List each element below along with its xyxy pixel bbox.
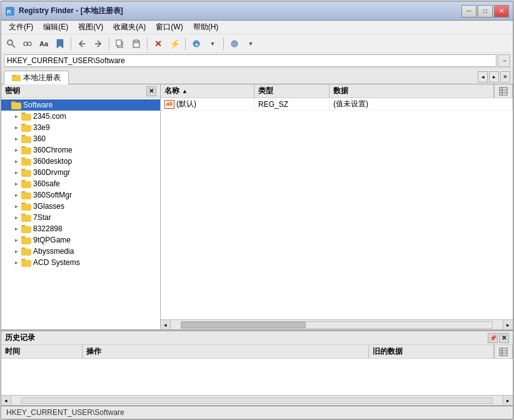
registry-row-default[interactable]: ab (默认) REG_SZ (值未设置) xyxy=(161,98,513,111)
history-title: 历史记录 xyxy=(5,332,35,343)
svg-text:R: R xyxy=(7,9,11,15)
dropdown-button[interactable]: ▼ xyxy=(205,36,220,51)
menu-favorites[interactable]: 收藏夹(A) xyxy=(108,21,151,34)
right-dropdown-button[interactable]: ▼ xyxy=(243,36,258,51)
right-horizontal-scrollbar[interactable]: ◂ ▸ xyxy=(161,319,513,329)
close-button[interactable]: ✕ xyxy=(494,5,509,18)
window-title: Registry Finder - [本地注册表] xyxy=(19,6,461,16)
separator-5 xyxy=(223,38,224,50)
tree-item-360[interactable]: 360 xyxy=(1,133,160,144)
folder-icon-360desktop xyxy=(21,157,31,166)
right-pane-header: 名称 ▲ 类型 数据 xyxy=(161,84,513,98)
folder-icon-360softmgr xyxy=(21,191,31,199)
right-content[interactable]: ab (默认) REG_SZ (值未设置) xyxy=(161,98,513,319)
left-pane-close[interactable]: ✕ xyxy=(146,86,156,96)
tree-item-9tqpgame[interactable]: 9tQPGame xyxy=(1,234,160,246)
history-pin-button[interactable]: 📌 xyxy=(488,333,498,343)
history-scroll-right[interactable]: ▸ xyxy=(503,396,513,406)
copy-button[interactable] xyxy=(113,36,128,51)
folder-icon-360drvmgr xyxy=(21,168,31,177)
find-button[interactable] xyxy=(20,36,35,51)
tree-item-360drvmgr[interactable]: 360Drvmgr xyxy=(1,167,160,178)
window-controls: ─ □ ✕ xyxy=(461,5,509,18)
app-icon: R xyxy=(5,6,15,16)
tab-next-button[interactable]: ▸ xyxy=(489,71,499,82)
tree-label-7star: 7Star xyxy=(33,213,51,222)
toggle-software[interactable] xyxy=(1,99,11,111)
scroll-right-button[interactable]: ▸ xyxy=(503,320,513,330)
right-circle-button[interactable] xyxy=(227,36,242,51)
maximize-button[interactable]: □ xyxy=(478,5,493,18)
paste-button[interactable] xyxy=(129,36,144,51)
tree-item-360safe[interactable]: 360safe xyxy=(1,178,160,189)
back-button[interactable] xyxy=(74,36,89,51)
history-scroll-left[interactable]: ◂ xyxy=(1,396,11,406)
text-button[interactable]: Aa xyxy=(36,36,51,51)
separator-1 xyxy=(71,38,71,50)
tab-local-registry[interactable]: 本地注册表 xyxy=(4,71,69,84)
toggle-acdsystems[interactable] xyxy=(11,257,21,268)
bookmark-button[interactable] xyxy=(53,36,68,51)
tree-label-9tqpgame: 9tQPGame xyxy=(33,236,71,244)
toggle-abyssmedia[interactable] xyxy=(11,246,21,257)
history-scroll[interactable]: ◂ ▸ xyxy=(1,395,513,405)
scroll-thumb[interactable] xyxy=(181,322,306,328)
toggle-360[interactable] xyxy=(11,133,21,144)
toggle-8322898[interactable] xyxy=(11,223,21,234)
toggle-360chrome[interactable] xyxy=(11,144,21,156)
separator-4 xyxy=(185,38,186,50)
circle-button[interactable]: ● xyxy=(189,36,204,51)
history-col-icon xyxy=(494,345,513,359)
history-col-data[interactable]: 旧的数据 xyxy=(369,345,494,359)
toggle-9tqpgame[interactable] xyxy=(11,234,21,246)
action-button[interactable]: ⚡ xyxy=(167,36,182,51)
tree-item-software[interactable]: Software xyxy=(1,99,160,111)
folder-icon-8322898 xyxy=(21,224,31,233)
history-header: 历史记录 📌 ✕ xyxy=(1,331,513,345)
tree-item-360desktop[interactable]: 360desktop xyxy=(1,156,160,167)
delete-button[interactable]: ✕ xyxy=(151,36,166,51)
tree-item-3glasses[interactable]: 3Glasses xyxy=(1,201,160,212)
toggle-3glasses[interactable] xyxy=(11,201,21,212)
scroll-left-button[interactable]: ◂ xyxy=(161,320,171,330)
menu-edit[interactable]: 编辑(E) xyxy=(38,21,73,34)
address-go-button[interactable]: → xyxy=(498,54,510,67)
tree-item-8322898[interactable]: 8322898 xyxy=(1,223,160,234)
tree-area[interactable]: Software 2345.com xyxy=(1,98,160,329)
tree-item-360chrome[interactable]: 360Chrome xyxy=(1,144,160,156)
toggle-33e9[interactable] xyxy=(11,122,21,133)
address-input[interactable] xyxy=(4,54,496,67)
history-col-operation[interactable]: 操作 xyxy=(83,345,369,359)
toggle-360safe[interactable] xyxy=(11,178,21,189)
scroll-track[interactable] xyxy=(181,321,493,329)
tab-prev-button[interactable]: ◂ xyxy=(478,71,488,82)
right-cell-data: (值未设置) xyxy=(330,98,513,111)
menu-file[interactable]: 文件(F) xyxy=(4,21,38,34)
search-button[interactable] xyxy=(4,36,19,51)
tree-item-7star[interactable]: 7Star xyxy=(1,212,160,223)
col-header-name[interactable]: 名称 ▲ xyxy=(161,84,254,98)
toggle-360drvmgr[interactable] xyxy=(11,167,21,178)
menu-view[interactable]: 视图(V) xyxy=(73,21,108,34)
svg-rect-12 xyxy=(134,40,138,42)
forward-button[interactable] xyxy=(91,36,106,51)
tree-item-acdsystems[interactable]: ACD Systems xyxy=(1,257,160,268)
col-header-type[interactable]: 类型 xyxy=(254,84,330,98)
history-close-button[interactable]: ✕ xyxy=(499,333,509,343)
toggle-360desktop[interactable] xyxy=(11,156,21,167)
tree-item-abyssmedia[interactable]: Abyssmedia xyxy=(1,246,160,257)
col-header-data[interactable]: 数据 xyxy=(330,84,494,98)
toggle-2345com[interactable] xyxy=(11,111,21,122)
menu-window[interactable]: 窗口(W) xyxy=(151,21,188,34)
tree-item-2345com[interactable]: 2345.com xyxy=(1,111,160,122)
tree-item-33e9[interactable]: 33e9 xyxy=(1,122,160,133)
toggle-7star[interactable] xyxy=(11,212,21,223)
toggle-360softmgr[interactable] xyxy=(11,189,21,201)
history-col-time[interactable]: 时间 xyxy=(1,345,83,359)
minimize-button[interactable]: ─ xyxy=(461,5,476,18)
menu-help[interactable]: 帮助(H) xyxy=(188,21,224,34)
tree-item-360softmgr[interactable]: 360SoftMgr xyxy=(1,189,160,201)
tab-close-button[interactable]: ✕ xyxy=(500,71,510,82)
history-scroll-track[interactable] xyxy=(21,398,493,404)
history-controls: 📌 ✕ xyxy=(488,333,509,343)
